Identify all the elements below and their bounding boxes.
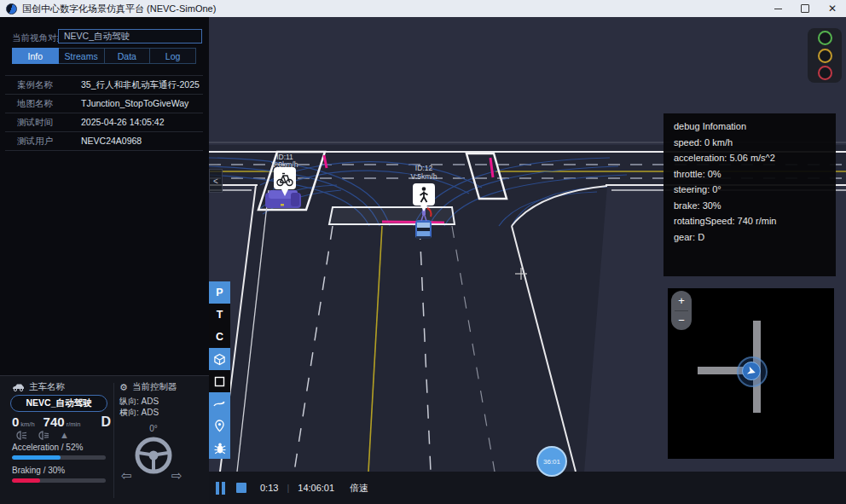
rpm-value: 740	[43, 414, 65, 429]
close-icon: ✕	[828, 3, 837, 14]
debug-rotating-speed: rotatingSpeed: 740 r/min	[674, 216, 826, 226]
divider	[5, 113, 203, 113]
rpm-unit: r/min	[67, 420, 81, 428]
debug-steering: steering: 0°	[674, 184, 826, 194]
square-icon	[214, 376, 225, 387]
longitudinal-controller: 纵向: ADS	[119, 396, 159, 408]
ego-vehicle[interactable]	[415, 220, 432, 239]
debug-info-panel: debug Infomation speed: 0 km/h accelerat…	[663, 113, 836, 276]
car-icon	[12, 383, 25, 391]
braking-bar-fill	[12, 478, 40, 483]
app-window: 国创中心数字化场景仿真平台 (NEVC-SimOne) ✕ 当前视角对象 Inf…	[0, 0, 846, 504]
tab-log[interactable]: Log	[150, 48, 196, 64]
view-target-input[interactable]	[58, 29, 202, 43]
tab-info[interactable]: Info	[12, 48, 59, 64]
ego-header-text: 主车名称	[29, 381, 65, 393]
right-lamp-icon	[38, 431, 50, 440]
mouse-crosshair-cursor	[514, 267, 528, 281]
green-light-icon	[818, 31, 832, 45]
gear-icon: ⚙	[119, 382, 128, 393]
steering-angle-value: 0°	[136, 424, 171, 433]
map-name-label: 地图名称	[17, 98, 53, 110]
toolbar-debug-button[interactable]	[209, 437, 230, 459]
ego-vehicle-panel: 主车名称 NEVC_自动驾驶 0 km/h 740 r/min D ▲	[0, 375, 210, 504]
indicator-row: ▲	[15, 430, 69, 440]
pause-icon	[216, 482, 219, 495]
divider	[5, 131, 203, 132]
minimap-zoom-control: + −	[671, 291, 692, 330]
toolbar-location-button[interactable]	[209, 414, 230, 437]
debug-gear: gear: D	[674, 232, 826, 242]
window-title: 国创中心数字化场景仿真平台 (NEVC-SimOne)	[22, 3, 216, 15]
acceleration-bar-fill	[12, 455, 61, 460]
traffic-light-indicator	[808, 28, 842, 83]
minimap[interactable]: + −	[668, 288, 834, 459]
bicycle-actor-vehicle[interactable]	[265, 190, 301, 208]
yellow-light-icon	[818, 49, 832, 63]
controller-header-text: 当前控制器	[132, 381, 177, 393]
title-bar: 国创中心数字化场景仿真平台 (NEVC-SimOne) ✕	[0, 0, 846, 17]
red-light-icon	[818, 66, 832, 80]
vertical-road	[220, 186, 607, 472]
steer-right-arrow-icon: ⇨	[171, 468, 183, 484]
toolbar-p-button[interactable]: P	[209, 281, 230, 304]
tab-streams[interactable]: Streams	[59, 48, 105, 64]
minimap-ego-arrow-icon	[745, 365, 757, 377]
maximize-icon	[801, 4, 809, 13]
steer-left-arrow-icon: ⇦	[121, 468, 132, 484]
braking-label: Braking / 30%	[12, 466, 65, 475]
minimize-icon	[774, 9, 782, 9]
divider	[5, 94, 203, 95]
cube-icon	[213, 353, 226, 366]
pedestrian-id-label: ID:12	[415, 164, 433, 172]
location-pin-icon	[214, 420, 225, 432]
tab-data[interactable]: Data	[105, 48, 151, 64]
elapsed-time: 0:13	[260, 483, 278, 493]
curve-path-icon	[213, 398, 226, 408]
test-time-label: 测试时间	[17, 117, 53, 129]
debug-title: debug Infomation	[674, 121, 826, 131]
toolbar-path-button[interactable]	[209, 392, 230, 414]
tab-bar: Info Streams Data Log	[12, 48, 196, 64]
window-controls: ✕	[764, 0, 846, 17]
gear-indicator: D	[101, 414, 111, 430]
divider	[5, 75, 203, 76]
stop-button[interactable]	[236, 483, 246, 493]
close-button[interactable]: ✕	[819, 0, 846, 17]
toolbar-3d-cube-button[interactable]	[209, 348, 230, 370]
debug-brake: brake: 30%	[674, 200, 826, 211]
toolbar-t-button[interactable]: T	[209, 304, 230, 326]
debug-speed: speed: 0 km/h	[674, 137, 826, 148]
playback-speed-button[interactable]: 倍速	[350, 482, 368, 495]
speed-unit: km/h	[20, 420, 34, 428]
bug-icon	[214, 442, 226, 455]
sidebar-collapse-toggle[interactable]: <	[209, 169, 223, 193]
toolbar-c-button[interactable]: C	[209, 326, 230, 348]
zoom-in-button[interactable]: +	[671, 291, 692, 310]
toolbar-select-region-button[interactable]	[209, 370, 230, 392]
divider: |	[287, 483, 289, 493]
steering-wheel-icon	[134, 436, 173, 475]
ego-header: 主车名称	[12, 381, 65, 393]
map-name-value: TJunction_StopToGiveWay	[81, 98, 188, 108]
zoom-out-button[interactable]: −	[671, 311, 692, 331]
maximize-button[interactable]	[791, 0, 819, 17]
test-user-value: NEVC24A0968	[81, 136, 142, 146]
pause-button[interactable]	[216, 482, 225, 495]
case-name-value: 35_行人和非机动车通行-2025	[81, 79, 200, 91]
speed-readout: 0 km/h 740 r/min D	[12, 414, 111, 430]
test-user-label: 测试用户	[17, 136, 53, 148]
ego-name-button[interactable]: NEVC_自动驾驶	[10, 395, 107, 412]
divider	[5, 150, 203, 151]
crosswalk	[329, 207, 455, 224]
case-name-label: 案例名称	[17, 79, 53, 91]
time-bubble[interactable]: 36:01	[536, 446, 567, 477]
debug-acceleration: acceleration: 5.06 m/s^2	[674, 153, 826, 163]
minimize-button[interactable]	[764, 0, 791, 17]
left-lamp-icon	[15, 431, 28, 440]
acceleration-label: Acceleration / 52%	[12, 443, 83, 452]
lateral-controller: 横向: ADS	[119, 407, 159, 419]
pedestrian-speed-label: V:5km/h	[411, 172, 437, 181]
minimap-ego-marker	[742, 362, 761, 380]
playback-bar: 0:13 | 14:06:01 倍速	[209, 472, 846, 504]
